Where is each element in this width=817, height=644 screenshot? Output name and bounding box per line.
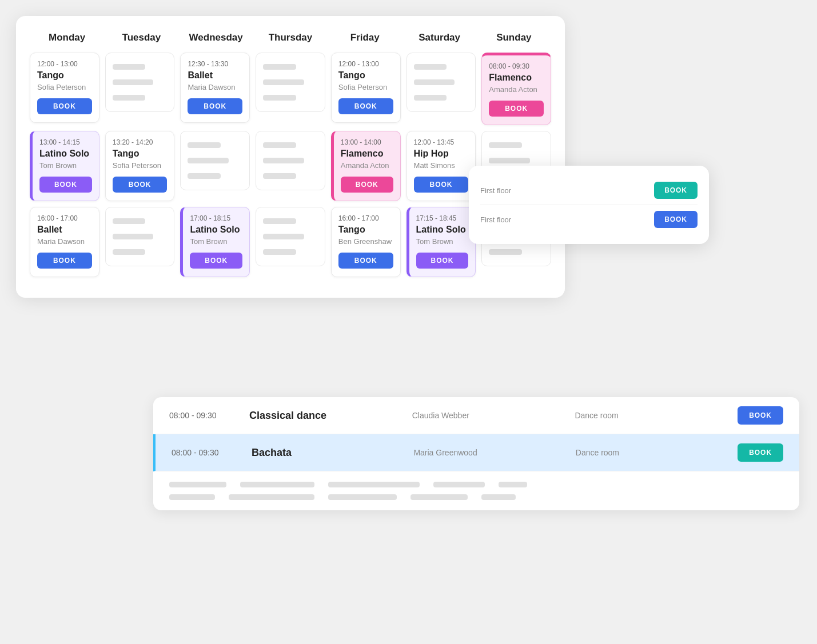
list-card: 08:00 - 09:30 Classical dance Claudia We… bbox=[153, 397, 799, 510]
day-thursday: Thursday bbox=[253, 32, 328, 43]
instructor: Sofia Peterson bbox=[338, 83, 393, 91]
placeholder-bar bbox=[188, 173, 220, 179]
placeholder-bar bbox=[489, 158, 530, 163]
time: 16:00 - 17:00 bbox=[338, 214, 393, 222]
list-class-name-1: Classical dance bbox=[249, 410, 401, 422]
instructor: Maria Dawson bbox=[188, 83, 242, 91]
list-row-1: 08:00 - 09:30 Classical dance Claudia We… bbox=[153, 397, 799, 434]
book-button[interactable]: BOOK bbox=[338, 98, 393, 114]
placeholder-bar bbox=[263, 158, 304, 163]
monday-class-3: 16:00 - 17:00 Ballet Maria Dawson BOOK bbox=[30, 207, 99, 277]
book-button[interactable]: BOOK bbox=[188, 98, 242, 114]
day-tuesday: Tuesday bbox=[104, 32, 178, 43]
day-sunday: Sunday bbox=[477, 32, 551, 43]
class-name: Tango bbox=[338, 225, 393, 235]
tuesday-class-2: 13:20 - 14:20 Tango Sofia Peterson BOOK bbox=[105, 131, 175, 201]
time: 13:20 - 14:20 bbox=[113, 138, 168, 146]
sunday-class-1: 08:00 - 09:30 Flamenco Amanda Acton BOOK bbox=[481, 53, 551, 125]
overlay-book-button-2[interactable]: BOOK bbox=[654, 211, 698, 228]
placeholder-bar bbox=[263, 95, 296, 101]
book-button[interactable]: BOOK bbox=[341, 177, 393, 193]
list-class-name-2: Bachata bbox=[252, 447, 402, 459]
book-button[interactable]: BOOK bbox=[37, 253, 92, 269]
list-footer bbox=[153, 471, 799, 510]
day-headers: Monday Tuesday Wednesday Thursday Friday… bbox=[30, 32, 551, 43]
book-button[interactable]: BOOK bbox=[190, 253, 242, 269]
overlay-book-button-1[interactable]: BOOK bbox=[654, 182, 698, 199]
list-time-2: 08:00 - 09:30 bbox=[172, 448, 240, 457]
book-button[interactable]: BOOK bbox=[414, 177, 469, 193]
placeholder-bar bbox=[188, 142, 220, 148]
class-name: Tango bbox=[113, 149, 168, 159]
time: 13:00 - 14:00 bbox=[341, 138, 393, 146]
instructor: Amanda Acton bbox=[341, 161, 393, 170]
time: 12:30 - 13:30 bbox=[188, 60, 242, 68]
class-name: Ballet bbox=[37, 225, 92, 235]
day-wednesday: Wednesday bbox=[179, 32, 253, 43]
book-button[interactable]: BOOK bbox=[338, 253, 393, 269]
footer-bar bbox=[328, 494, 397, 500]
placeholder-bar bbox=[113, 95, 145, 101]
book-button[interactable]: BOOK bbox=[39, 177, 92, 193]
time: 08:00 - 09:30 bbox=[489, 62, 544, 70]
friday-class-2: 13:00 - 14:00 Flamenco Amanda Acton BOOK bbox=[331, 131, 401, 201]
wednesday-class-1: 12:30 - 13:30 Ballet Maria Dawson BOOK bbox=[180, 53, 250, 123]
list-row-2: 08:00 - 09:30 Bachata Maria Greenwood Da… bbox=[153, 434, 799, 471]
class-name: Flamenco bbox=[489, 73, 544, 83]
class-name: Tango bbox=[37, 70, 92, 81]
book-button[interactable]: BOOK bbox=[113, 177, 168, 193]
footer-bar bbox=[169, 494, 215, 500]
time: 17:00 - 18:15 bbox=[190, 214, 242, 222]
footer-bar bbox=[229, 494, 314, 500]
list-book-button-1[interactable]: BOOK bbox=[738, 406, 783, 425]
footer-bar bbox=[499, 482, 527, 487]
friday-class-3: 16:00 - 17:00 Tango Ben Greenshaw BOOK bbox=[331, 207, 401, 277]
list-book-button-2[interactable]: BOOK bbox=[738, 443, 783, 462]
footer-bar bbox=[411, 494, 468, 500]
placeholder-bar bbox=[414, 64, 447, 70]
book-button[interactable]: BOOK bbox=[416, 253, 469, 269]
list-instructor-2: Maria Greenwood bbox=[413, 448, 564, 457]
placeholder-bar bbox=[113, 234, 154, 239]
time: 12:00 - 13:00 bbox=[37, 60, 92, 68]
instructor: Tom Brown bbox=[39, 161, 92, 170]
footer-row-1 bbox=[169, 482, 783, 487]
time: 17:15 - 18:45 bbox=[416, 214, 469, 222]
placeholder-bar bbox=[263, 64, 296, 70]
placeholder-bar bbox=[263, 249, 296, 255]
monday-class-2: 13:00 - 14:15 Latino Solo Tom Brown BOOK bbox=[30, 131, 99, 201]
book-button[interactable]: BOOK bbox=[37, 98, 92, 114]
placeholder-bar bbox=[263, 142, 296, 148]
class-name: Latino Solo bbox=[39, 149, 92, 159]
footer-bar bbox=[433, 482, 485, 487]
saturday-class-3: 17:15 - 18:45 Latino Solo Tom Brown BOOK bbox=[406, 207, 476, 277]
wednesday-placeholder-2 bbox=[180, 131, 250, 190]
time: 13:00 - 14:15 bbox=[39, 138, 92, 146]
monday-class-1: 12:00 - 13:00 Tango Sofia Peterson BOOK bbox=[30, 53, 99, 123]
overlay-location-2: First floor bbox=[480, 215, 648, 224]
day-saturday: Saturday bbox=[402, 32, 476, 43]
placeholder-bar bbox=[113, 218, 145, 224]
instructor: Sofia Peterson bbox=[37, 83, 92, 91]
placeholder-bar bbox=[188, 158, 229, 163]
class-name: Latino Solo bbox=[190, 225, 242, 235]
thursday-placeholder-2 bbox=[256, 131, 325, 190]
day-monday: Monday bbox=[30, 32, 104, 43]
overlay-location-1: First floor bbox=[480, 186, 648, 195]
instructor: Amanda Acton bbox=[489, 85, 544, 94]
time: 16:00 - 17:00 bbox=[37, 214, 92, 222]
placeholder-bar bbox=[263, 79, 304, 85]
time: 12:00 - 13:45 bbox=[414, 138, 469, 146]
tuesday-placeholder-1 bbox=[105, 53, 175, 112]
saturday-placeholder-1 bbox=[406, 53, 476, 112]
class-name: Latino Solo bbox=[416, 225, 469, 235]
saturday-class-2: 12:00 - 13:45 Hip Hop Matt Simons BOOK bbox=[406, 131, 476, 201]
placeholder-bar bbox=[263, 234, 304, 239]
overlay-row-1: First floor BOOK bbox=[480, 176, 698, 205]
instructor: Matt Simons bbox=[414, 161, 469, 170]
footer-bar bbox=[481, 494, 516, 500]
placeholder-bar bbox=[489, 142, 521, 148]
class-name: Tango bbox=[338, 70, 393, 81]
book-button[interactable]: BOOK bbox=[489, 101, 544, 117]
footer-bar bbox=[328, 482, 420, 487]
